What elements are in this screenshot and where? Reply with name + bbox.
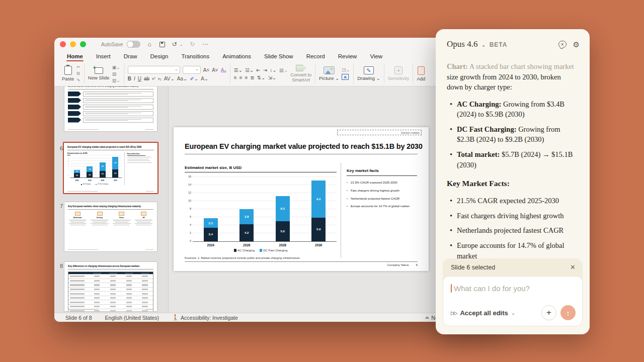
numbering-icon[interactable]: ☱⌄: [245, 67, 254, 73]
menu-tab-draw[interactable]: Draw: [117, 52, 144, 62]
menu-tab-review[interactable]: Review: [332, 52, 364, 62]
ribbon-group-font: A˄ A˅ A̲ᵩ B I U ab x² x₂ AV⌄ Aa⌄ ✐⌄ A⌄: [124, 63, 230, 84]
strikethrough-icon[interactable]: ab: [144, 76, 149, 81]
beta-badge: BETA: [490, 41, 508, 48]
autosave-toggle[interactable]: [127, 41, 140, 48]
current-slide[interactable]: Section marker European EV charging mark…: [174, 127, 429, 271]
align-center-icon[interactable]: ≡: [239, 75, 243, 80]
undo-icon[interactable]: ↺: [172, 41, 177, 47]
thumbnail-slide-7[interactable]: Key European markets show varying chargi…: [64, 202, 157, 252]
assistant-message: Chart: A stacked bar chart showing marke…: [436, 49, 590, 261]
shapes-icon[interactable]: ◳⌄: [342, 67, 350, 72]
assistant-panel: Opus 4.6 ⌄ BETA ✕ ⚙ Chart: A stacked bar…: [436, 29, 590, 334]
decrease-indent-icon[interactable]: ⇤: [256, 67, 260, 73]
picture-button[interactable]: Picture ⌄: [319, 66, 339, 81]
italic-icon[interactable]: I: [134, 76, 135, 81]
key-fact-item: •Europe accounts for 14.7% of global mar…: [347, 205, 422, 209]
reset-layout-icon[interactable]: ▤: [112, 71, 120, 76]
ribbon-group-slides: New Slide ▣⌄ ▤ ▥⌄: [85, 63, 124, 84]
menu-tab-view[interactable]: View: [363, 52, 389, 62]
language-label[interactable]: English (United States): [105, 315, 159, 321]
chart-description-paragraph: Chart: A stacked bar chart showing marke…: [447, 61, 579, 93]
model-selector[interactable]: Opus 4.6: [447, 39, 477, 49]
close-chat-icon[interactable]: ✕: [558, 41, 567, 48]
ribbon-group-addins: Add: [413, 63, 429, 84]
line-spacing-icon[interactable]: ↕⌄: [270, 67, 276, 73]
bold-icon[interactable]: B: [128, 76, 131, 81]
menu-tab-insert[interactable]: Insert: [90, 52, 117, 62]
home-icon[interactable]: ⌂: [147, 41, 151, 47]
font-size-select[interactable]: [183, 66, 201, 74]
slide-count-label: Slide 6 of 8: [65, 315, 92, 321]
save-icon[interactable]: [159, 42, 165, 47]
titlebar-more-icon[interactable]: ⋯: [202, 41, 208, 47]
format-painter-icon[interactable]: ✎: [76, 78, 80, 83]
redo-icon[interactable]: ↻: [190, 41, 195, 47]
clear-formatting-icon[interactable]: A̲ᵩ: [221, 67, 226, 73]
highlight-icon[interactable]: ✐⌄: [190, 76, 198, 81]
copy-icon[interactable]: ⧉: [76, 71, 80, 76]
underline-icon[interactable]: U: [138, 76, 141, 81]
minimize-window-button[interactable]: [70, 41, 76, 47]
increase-indent-icon[interactable]: ⇥: [263, 67, 267, 73]
new-slide-button[interactable]: New Slide: [88, 67, 110, 80]
text-box-icon[interactable]: A: [342, 74, 349, 80]
shrink-font-icon[interactable]: A˅: [212, 67, 218, 73]
zoom-window-button[interactable]: [80, 41, 86, 47]
model-chevron-icon[interactable]: ⌄: [481, 42, 486, 48]
menu-tab-slide-show[interactable]: Slide Show: [258, 52, 300, 62]
paste-button[interactable]: Paste: [62, 66, 74, 81]
settings-gear-icon[interactable]: ⚙: [573, 41, 580, 48]
subscript-icon[interactable]: x₂: [158, 76, 162, 81]
change-case-icon[interactable]: Aa⌄: [177, 76, 188, 81]
close-window-button[interactable]: [60, 41, 66, 47]
slide-title[interactable]: European EV charging market value projec…: [185, 142, 423, 150]
undo-chevron-icon[interactable]: ⌄: [180, 42, 183, 47]
text-direction-icon[interactable]: ⇅⌄: [257, 75, 266, 80]
sensitivity-button[interactable]: ✦ Sensitivity: [388, 66, 410, 81]
bar-2030: 5.99.2: [112, 157, 118, 178]
character-spacing-icon[interactable]: AV⌄: [164, 76, 175, 81]
thumbnail-slide-8[interactable]: Key differences in charging infrastructu…: [64, 261, 157, 312]
convert-smartart-button[interactable]: Convert toSmartArt: [290, 65, 311, 83]
drawing-button[interactable]: ✎ Drawing ⌄: [357, 66, 380, 81]
attach-button[interactable]: +: [541, 305, 556, 320]
columns-icon[interactable]: ▦⌄: [279, 67, 288, 73]
menu-tab-transitions[interactable]: Transitions: [175, 52, 216, 62]
section-marker-placeholder[interactable]: Section marker: [337, 130, 422, 135]
justify-icon[interactable]: ≣: [250, 75, 254, 80]
facts-heading: Key Market Facts:: [447, 178, 579, 189]
slide-footer-company: Company Name: [387, 263, 409, 266]
align-left-icon[interactable]: ≡: [234, 75, 237, 80]
superscript-icon[interactable]: x²: [152, 76, 155, 81]
send-button[interactable]: ↑: [560, 305, 576, 320]
thumbnail-slide-5[interactable]: Several market forces drive the EV charg…: [64, 86, 157, 132]
menu-tab-home[interactable]: Home: [60, 52, 90, 62]
section-icon[interactable]: ▥⌄: [112, 78, 120, 83]
accessibility-status[interactable]: 🚶 Accessibility: Investigate: [172, 314, 238, 321]
grow-font-icon[interactable]: A˄: [203, 67, 210, 73]
legend-dc-fast-charging: DC Fast Charging: [96, 184, 108, 185]
key-facts-title: Key market facts: [347, 168, 422, 173]
slide-layout-icon[interactable]: ▣⌄: [112, 65, 120, 70]
thumbnail-slide-6-selected[interactable]: European EV charging market value projec…: [63, 142, 158, 194]
paste-icon: [64, 66, 72, 75]
chip-close-icon[interactable]: ✕: [570, 263, 576, 271]
font-name-select[interactable]: [128, 66, 180, 74]
menu-tab-animations[interactable]: Animations: [216, 52, 258, 62]
message-input[interactable]: What can I do for you? ▷▷ Accept all edi…: [443, 276, 583, 326]
addins-button[interactable]: Add: [417, 66, 425, 81]
menu-tab-record[interactable]: Record: [300, 52, 332, 62]
market-column-france: France: [112, 212, 132, 225]
bullets-icon[interactable]: ☰⌄: [234, 67, 243, 73]
font-color-icon[interactable]: A⌄: [201, 76, 208, 81]
accept-chevron-icon[interactable]: ⌄: [511, 310, 515, 316]
menu-tab-design[interactable]: Design: [144, 52, 175, 62]
slide-thumbnail-pane: Several market forces drive the EV charg…: [54, 86, 169, 313]
align-text-icon[interactable]: ⇲⌄: [268, 75, 276, 80]
align-right-icon[interactable]: ≡: [245, 75, 248, 80]
cut-icon[interactable]: ✂: [76, 64, 80, 69]
key-facts-block[interactable]: Key market facts •21.5% CAGR expected 20…: [347, 168, 422, 213]
slide-chart-block[interactable]: Estimated market size, B USD 02468101214…: [185, 165, 337, 252]
accept-all-edits-button[interactable]: Accept all edits: [460, 309, 508, 317]
